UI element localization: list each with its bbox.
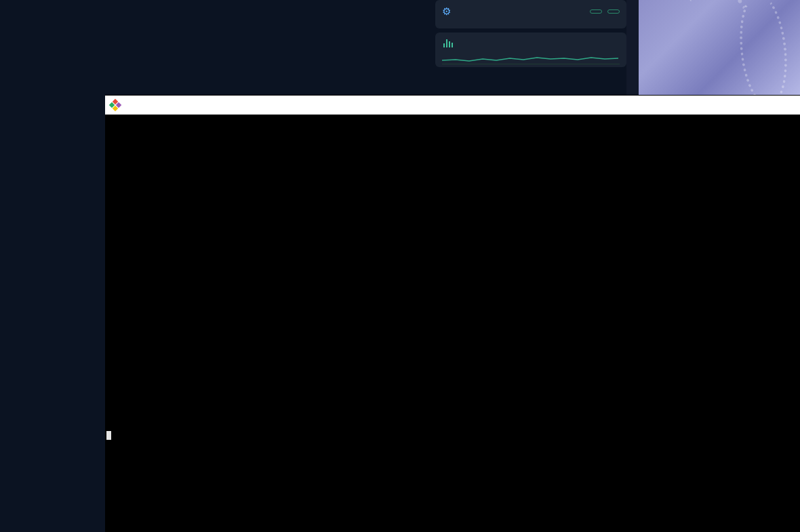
system-dashboard: ⚙ xyxy=(435,0,626,95)
system-panel: ⚙ xyxy=(435,0,626,28)
right-sidebar xyxy=(626,0,639,95)
gitbash-terminal[interactable] xyxy=(105,115,800,532)
cpu-sparkline xyxy=(442,50,620,64)
gear-icon: ⚙ xyxy=(442,5,451,18)
cursor xyxy=(106,431,111,440)
mingw-icon xyxy=(111,100,120,110)
cpu-panel xyxy=(435,33,626,67)
os-badge[interactable] xyxy=(590,9,602,14)
minimize-button[interactable] xyxy=(765,96,795,115)
window-titlebar[interactable] xyxy=(105,96,800,115)
background-image xyxy=(639,0,800,95)
bars-icon xyxy=(442,38,454,47)
os-version-badge[interactable] xyxy=(607,9,620,14)
gitbash-window xyxy=(105,95,800,532)
